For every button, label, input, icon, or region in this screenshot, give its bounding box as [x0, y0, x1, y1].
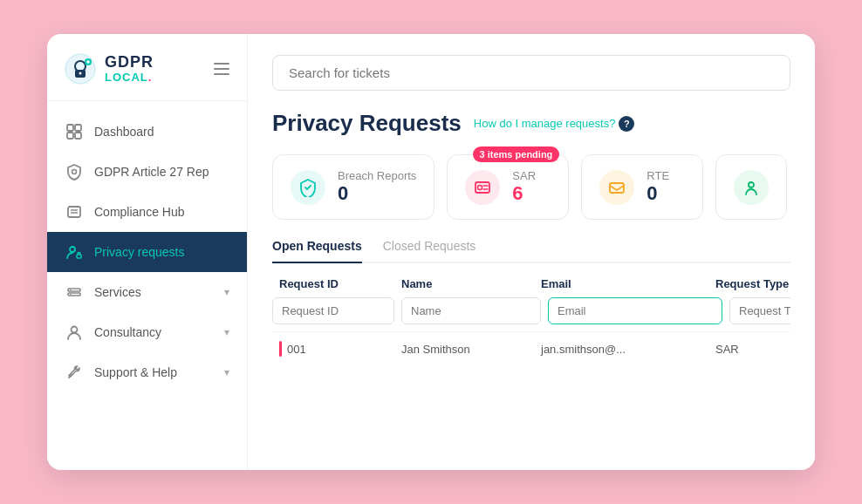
breach-reports-value: 0 — [338, 182, 416, 205]
person-icon — [65, 323, 84, 342]
tab-open-requests[interactable]: Open Requests — [272, 239, 362, 263]
id-bar-indicator — [279, 341, 282, 357]
sidebar-item-gdpr-article[interactable]: GDPR Article 27 Rep — [47, 152, 247, 192]
filter-email[interactable] — [548, 297, 722, 324]
page-header: Privacy Requests How do I manage request… — [272, 110, 790, 137]
rte-label: RTE — [646, 169, 669, 182]
rte-info: RTE 0 — [646, 169, 669, 205]
svg-point-22 — [478, 185, 482, 189]
chevron-down-icon-support: ▾ — [224, 366, 229, 378]
sidebar-item-support-help[interactable]: Support & Help ▾ — [47, 352, 247, 392]
main-content: Privacy Requests How do I manage request… — [248, 34, 815, 470]
hamburger-menu-icon[interactable] — [214, 63, 229, 75]
sidebar-item-services[interactable]: Services ▾ — [47, 272, 247, 312]
col-header-request-id: Request ID — [272, 277, 394, 290]
stat-card-sar[interactable]: 3 items pending SAR 6 — [447, 154, 569, 220]
svg-point-19 — [70, 294, 72, 296]
svg-rect-16 — [68, 289, 80, 291]
sidebar-item-privacy-requests[interactable]: Privacy requests — [47, 232, 247, 272]
search-input[interactable] — [272, 55, 790, 91]
svg-point-3 — [79, 72, 82, 75]
shield-icon — [65, 162, 84, 181]
sar-value: 6 — [512, 182, 536, 205]
svg-rect-7 — [75, 125, 81, 131]
list-icon — [65, 202, 84, 221]
svg-point-0 — [65, 54, 95, 84]
svg-rect-6 — [67, 125, 73, 131]
svg-point-5 — [86, 60, 90, 64]
sar-label: SAR — [512, 169, 536, 182]
td-request-id: 001 — [272, 341, 394, 357]
filter-request-id[interactable] — [272, 297, 394, 324]
stat-card-rte[interactable]: RTE 0 — [581, 154, 703, 220]
sidebar-item-consultancy[interactable]: Consultancy ▾ — [47, 312, 247, 352]
sidebar-item-label-consultancy: Consultancy — [94, 325, 161, 339]
filter-name[interactable] — [401, 297, 541, 324]
table-row: 001 Jan Smithson jan.smithson@... SAR — [272, 331, 790, 365]
sar-icon — [465, 170, 500, 205]
help-circle-icon: ? — [619, 116, 634, 132]
page-title: Privacy Requests — [272, 110, 462, 137]
svg-rect-15 — [77, 255, 81, 258]
stat-card-breach-reports[interactable]: Breach Reports 0 — [272, 154, 434, 220]
td-type: SAR — [708, 343, 790, 356]
sar-pending-badge: 3 items pending — [473, 146, 560, 162]
sidebar-item-label-compliance: Compliance Hub — [94, 205, 185, 219]
tools-icon — [65, 363, 84, 382]
breach-reports-icon — [291, 170, 325, 205]
table-header: Request ID Name Email Request Type — [272, 277, 790, 297]
other-icon — [734, 170, 769, 205]
search-bar — [272, 55, 790, 91]
sidebar-item-label-gdpr: GDPR Article 27 Rep — [94, 165, 209, 179]
table-container: Request ID Name Email Request Type 001 J… — [272, 277, 790, 470]
sidebar-logo: GDPR LOCAL. — [47, 34, 247, 101]
col-header-request-type: Request Type — [708, 277, 790, 290]
sidebar-item-label-dashboard: Dashboard — [94, 125, 154, 139]
svg-rect-9 — [75, 133, 81, 139]
stats-row: Breach Reports 0 3 items pending SAR — [272, 154, 790, 220]
logo-local-text: LOCAL. — [105, 72, 154, 84]
rte-icon — [599, 170, 634, 205]
rte-value: 0 — [646, 182, 669, 205]
user-lock-icon — [65, 242, 84, 262]
filter-request-type[interactable] — [729, 297, 790, 324]
help-link[interactable]: How do I manage requests? ? — [474, 116, 635, 132]
chevron-down-icon-services: ▾ — [224, 286, 229, 298]
svg-point-18 — [70, 289, 72, 291]
svg-point-20 — [72, 327, 78, 333]
svg-rect-17 — [68, 293, 80, 296]
svg-point-14 — [70, 247, 75, 252]
col-header-email: Email — [534, 277, 708, 290]
stat-card-other[interactable] — [715, 154, 787, 220]
sar-info: SAR 6 — [512, 169, 536, 205]
dashboard-icon — [65, 122, 84, 141]
chevron-down-icon-consultancy: ▾ — [224, 326, 229, 338]
table-filter-row — [272, 297, 790, 331]
sidebar-nav: Dashboard GDPR Article 27 Rep — [47, 101, 247, 470]
td-email: jan.smithson@... — [534, 343, 708, 356]
logo-icon — [65, 53, 96, 85]
logo-gdpr-text: GDPR — [105, 54, 154, 72]
app-container: GDPR LOCAL. Dash — [47, 34, 815, 470]
col-header-name: Name — [394, 277, 534, 290]
services-icon — [65, 283, 84, 302]
tabs-row: Open Requests Closed Requests — [272, 239, 790, 263]
sidebar-item-label-services: Services — [94, 285, 141, 299]
svg-point-10 — [72, 170, 77, 174]
sidebar: GDPR LOCAL. Dash — [47, 34, 248, 470]
td-name: Jan Smithson — [394, 343, 534, 356]
sidebar-item-label-support: Support & Help — [94, 365, 177, 379]
sidebar-item-compliance-hub[interactable]: Compliance Hub — [47, 192, 247, 232]
sidebar-item-label-privacy: Privacy requests — [94, 245, 184, 259]
tab-closed-requests[interactable]: Closed Requests — [383, 239, 476, 263]
svg-rect-11 — [68, 207, 80, 217]
svg-rect-8 — [67, 133, 73, 139]
breach-reports-label: Breach Reports — [338, 169, 416, 182]
help-link-text: How do I manage requests? — [474, 117, 616, 130]
svg-rect-25 — [610, 183, 624, 193]
logo-text: GDPR LOCAL. — [105, 54, 154, 84]
breach-reports-info: Breach Reports 0 — [338, 169, 416, 205]
svg-point-26 — [749, 182, 754, 187]
sidebar-item-dashboard[interactable]: Dashboard — [47, 112, 247, 152]
